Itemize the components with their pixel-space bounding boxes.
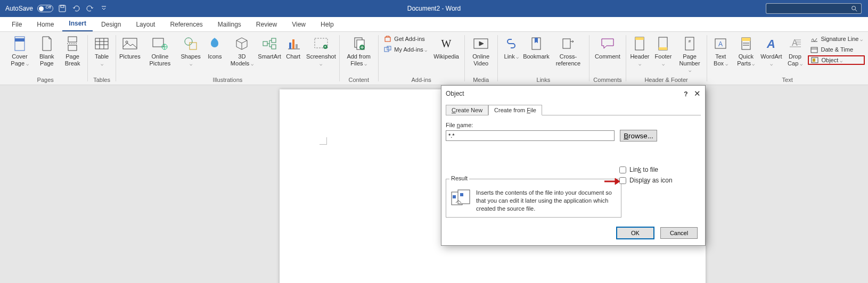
cross-reference-button[interactable]: Cross-reference (550, 34, 586, 68)
svg-rect-15 (123, 38, 137, 49)
chart-icon (286, 35, 300, 52)
cube-icon (235, 35, 249, 52)
comment-button[interactable]: Comment (593, 34, 623, 61)
link-to-file-checkbox[interactable]: Link to file (619, 166, 673, 173)
wikipedia-button[interactable]: W Wikipedia (431, 34, 461, 61)
tab-home[interactable]: Home (30, 18, 60, 31)
page-number-button[interactable]: # Page Number (676, 34, 703, 74)
dialog-title: Object (446, 90, 464, 97)
svg-point-3 (852, 6, 856, 10)
dialog-help-button[interactable]: ? (679, 90, 692, 98)
ribbon: Cover Page Blank Page Page Break Pages T… (0, 32, 868, 85)
tab-file[interactable]: File (5, 18, 28, 31)
header-button[interactable]: Header (629, 34, 650, 68)
window-title: Document2 - Word (0, 5, 868, 12)
svg-rect-50 (742, 38, 750, 41)
dialog-close-button[interactable]: ✕ (694, 89, 701, 98)
svg-rect-23 (272, 45, 276, 49)
drop-cap-button[interactable]: A Drop Cap (784, 34, 806, 68)
cover-page-button[interactable]: Cover Page (6, 34, 33, 68)
result-group: Result Inserts the contents of the file … (446, 179, 621, 218)
search-box[interactable] (766, 3, 862, 14)
footer-icon (657, 35, 669, 52)
browse-button[interactable]: Browse... (620, 130, 657, 142)
redo-icon[interactable] (85, 4, 95, 13)
svg-rect-60 (811, 47, 817, 53)
svg-rect-65 (453, 195, 456, 198)
link-icon (504, 35, 519, 52)
result-legend: Result (449, 175, 469, 181)
pictures-button[interactable]: Pictures (119, 34, 141, 61)
save-icon[interactable] (58, 4, 67, 13)
table-icon (94, 35, 109, 52)
wordart-button[interactable]: A WordArt (760, 34, 782, 68)
group-illustrations: Pictures Online Pictures Shapes Icons 3D… (116, 32, 339, 85)
get-addins-button[interactable]: Get Add-ins (381, 34, 429, 44)
chart-button[interactable]: Chart (283, 34, 304, 61)
date-time-button[interactable]: Date & Time (808, 45, 864, 54)
tab-insert[interactable]: Insert (62, 16, 93, 31)
add-from-files-button[interactable]: Add from Files (343, 34, 375, 68)
footer-button[interactable]: Footer (652, 34, 674, 68)
svg-text:W: W (441, 38, 452, 49)
blank-page-button[interactable]: Blank Page (35, 34, 59, 68)
icons-button[interactable]: Icons (204, 34, 225, 61)
autosave-label: AutoSave (5, 5, 33, 12)
link-button[interactable]: Link (501, 34, 522, 61)
group-media: Online Video Media (465, 32, 497, 85)
group-links: Link Bookmark Cross-reference Links (497, 32, 589, 85)
blank-page-icon (41, 35, 53, 52)
ok-button[interactable]: OK (617, 227, 654, 239)
bookmark-icon (530, 35, 542, 52)
svg-rect-33 (385, 37, 390, 41)
tab-layout[interactable]: Layout (129, 18, 161, 31)
margin-corner-icon (320, 137, 327, 145)
shapes-icon (184, 35, 198, 52)
online-pictures-button[interactable]: Online Pictures (143, 34, 177, 68)
document-area[interactable] (0, 85, 868, 283)
page-break-icon (66, 35, 79, 52)
my-addins-button[interactable]: My Add-ins (381, 45, 429, 54)
smartart-icon (262, 35, 277, 52)
screenshot-button[interactable]: Screenshot (306, 34, 336, 68)
dialog-tab-create-new[interactable]: Create New (446, 105, 488, 115)
smartart-button[interactable]: SmartArt (258, 34, 280, 61)
undo-icon[interactable] (71, 4, 81, 13)
page-break-button[interactable]: Page Break (61, 34, 85, 68)
svg-rect-27 (296, 44, 298, 49)
tab-help[interactable]: Help (314, 18, 340, 31)
comment-icon (600, 35, 615, 52)
shapes-button[interactable]: Shapes (179, 34, 202, 68)
qat-customize-icon[interactable] (99, 4, 109, 13)
autosave-toggle[interactable] (37, 5, 53, 12)
svg-rect-63 (813, 59, 815, 62)
tab-view[interactable]: View (285, 18, 312, 31)
quick-parts-button[interactable]: Quick Parts (733, 34, 758, 68)
title-bar: AutoSave Document2 - Word (0, 0, 868, 17)
drop-cap-icon: A (788, 35, 802, 52)
online-video-button[interactable]: Online Video (468, 34, 494, 68)
display-as-icon-checkbox[interactable]: Display as icon (619, 177, 673, 184)
text-box-button[interactable]: A Text Box (710, 34, 731, 68)
text-box-icon: A (714, 35, 727, 52)
cancel-button[interactable]: Cancel (660, 227, 698, 239)
svg-rect-42 (635, 37, 644, 40)
object-button[interactable]: Object (808, 55, 864, 65)
svg-rect-20 (190, 43, 196, 49)
result-illustration-icon (451, 189, 472, 207)
table-button[interactable]: Table (91, 34, 112, 68)
tab-references[interactable]: References (163, 18, 209, 31)
result-description: Inserts the contents of the file into yo… (476, 189, 618, 213)
svg-point-16 (126, 41, 128, 43)
cover-page-icon (13, 35, 26, 52)
3d-models-button[interactable]: 3D Models (227, 34, 256, 68)
dialog-tab-create-from-file[interactable]: Create from File (488, 105, 542, 115)
svg-text:A: A (718, 40, 723, 48)
tab-design[interactable]: Design (95, 18, 127, 31)
bookmark-button[interactable]: Bookmark (524, 34, 548, 61)
group-pages: Cover Page Blank Page Page Break Pages (3, 32, 87, 85)
file-name-input[interactable] (446, 130, 615, 141)
tab-review[interactable]: Review (250, 18, 283, 31)
tab-mailings[interactable]: Mailings (211, 18, 248, 31)
signature-line-button[interactable]: Signature Line (808, 34, 864, 44)
